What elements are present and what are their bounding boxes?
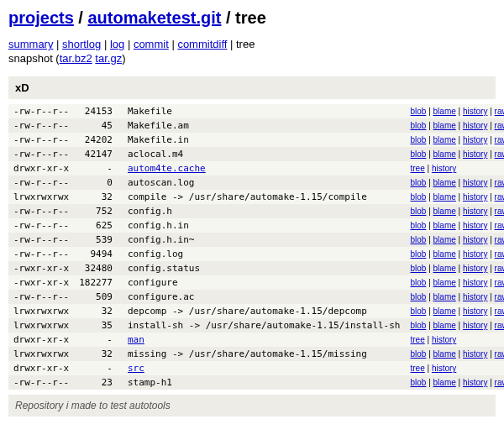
- blob-link[interactable]: blob: [411, 135, 427, 144]
- blob-link[interactable]: blob: [411, 107, 427, 116]
- history-link[interactable]: history: [463, 349, 487, 359]
- history-link[interactable]: history: [463, 221, 487, 230]
- history-link[interactable]: history: [463, 178, 487, 187]
- blob-link[interactable]: blob: [411, 221, 427, 230]
- blob-link[interactable]: blob: [411, 378, 427, 387]
- raw-link[interactable]: raw: [495, 278, 504, 287]
- history-link[interactable]: history: [463, 278, 487, 287]
- history-link[interactable]: history: [432, 335, 456, 344]
- raw-link[interactable]: raw: [495, 235, 504, 244]
- blob-link[interactable]: blob: [411, 321, 427, 330]
- history-link[interactable]: history: [463, 207, 487, 216]
- tree-link[interactable]: tree: [411, 335, 425, 344]
- dir-link[interactable]: autom4te.cache: [128, 163, 206, 174]
- tree-link[interactable]: tree: [411, 364, 425, 373]
- snapshot-tarbz2[interactable]: tar.bz2: [60, 52, 92, 65]
- blob-link[interactable]: blob: [411, 292, 427, 301]
- dir-link[interactable]: src: [128, 363, 144, 374]
- raw-link[interactable]: raw: [495, 378, 504, 387]
- raw-link[interactable]: raw: [495, 306, 504, 316]
- repo-link[interactable]: automaketest.git: [87, 8, 221, 27]
- projects-link[interactable]: projects: [8, 8, 74, 27]
- blame-link[interactable]: blame: [433, 349, 456, 359]
- raw-link[interactable]: raw: [495, 192, 504, 202]
- blob-link[interactable]: blob: [411, 235, 427, 244]
- blob-link[interactable]: blob: [411, 249, 427, 259]
- snapshot-targz[interactable]: tar.gz: [95, 52, 122, 65]
- blame-link[interactable]: blame: [433, 321, 456, 330]
- file-name: configure: [123, 275, 406, 290]
- raw-link[interactable]: raw: [495, 292, 504, 301]
- blob-link[interactable]: blob: [411, 178, 427, 187]
- nav-commit[interactable]: commit: [134, 38, 169, 50]
- blame-link[interactable]: blame: [433, 192, 456, 202]
- blame-link[interactable]: blame: [433, 278, 456, 287]
- file-mode: -rwxr-xr-x: [8, 275, 74, 290]
- raw-link[interactable]: raw: [495, 207, 504, 216]
- nav-commitdiff[interactable]: commitdiff: [177, 38, 227, 50]
- raw-link[interactable]: raw: [495, 121, 504, 130]
- raw-link[interactable]: raw: [495, 221, 504, 230]
- history-link[interactable]: history: [463, 321, 487, 330]
- raw-link[interactable]: raw: [495, 264, 504, 273]
- file-size: -: [74, 161, 123, 175]
- history-link[interactable]: history: [463, 264, 487, 273]
- raw-link[interactable]: raw: [495, 321, 504, 330]
- blame-link[interactable]: blame: [433, 107, 456, 116]
- blame-link[interactable]: blame: [433, 292, 456, 301]
- blame-link[interactable]: blame: [433, 221, 456, 230]
- table-row: -rwxr-xr-x182277configureblob | blame | …: [8, 275, 504, 290]
- nav-log[interactable]: log: [110, 38, 124, 50]
- blob-link[interactable]: blob: [411, 278, 427, 287]
- blob-link[interactable]: blob: [411, 207, 427, 216]
- file-mode: lrwxrwxrwx: [8, 347, 74, 361]
- history-link[interactable]: history: [463, 378, 487, 387]
- raw-link[interactable]: raw: [495, 349, 504, 359]
- file-mode: lrwxrwxrwx: [8, 304, 74, 318]
- file-mode: -rw-r--r--: [8, 133, 74, 147]
- history-link[interactable]: history: [463, 249, 487, 259]
- history-link[interactable]: history: [463, 149, 487, 159]
- blame-link[interactable]: blame: [433, 249, 456, 259]
- blame-link[interactable]: blame: [433, 235, 456, 244]
- blame-link[interactable]: blame: [433, 264, 456, 273]
- blame-link[interactable]: blame: [433, 121, 456, 130]
- raw-link[interactable]: raw: [495, 249, 504, 259]
- raw-link[interactable]: raw: [495, 135, 504, 144]
- history-link[interactable]: history: [463, 135, 487, 144]
- history-link[interactable]: history: [463, 107, 487, 116]
- blob-link[interactable]: blob: [411, 192, 427, 202]
- blame-link[interactable]: blame: [433, 135, 456, 144]
- blob-link[interactable]: blob: [411, 306, 427, 316]
- file-mode: lrwxrwxrwx: [8, 318, 74, 333]
- blame-link[interactable]: blame: [433, 149, 456, 159]
- nav-shortlog[interactable]: shortlog: [62, 38, 101, 50]
- dir-link[interactable]: man: [128, 334, 144, 345]
- tree-link[interactable]: tree: [411, 164, 425, 173]
- blob-link[interactable]: blob: [411, 349, 427, 359]
- file-name: depcomp -> /usr/share/automake-1.15/depc…: [123, 304, 406, 318]
- blob-link[interactable]: blob: [411, 264, 427, 273]
- raw-link[interactable]: raw: [495, 149, 504, 159]
- file-size: 32480: [74, 261, 123, 275]
- blob-link[interactable]: blob: [411, 149, 427, 159]
- blame-link[interactable]: blame: [433, 378, 456, 387]
- table-row: -rw-r--r--625config.h.inblob | blame | h…: [8, 218, 504, 233]
- table-row: -rw-r--r--9494config.logblob | blame | h…: [8, 247, 504, 261]
- raw-link[interactable]: raw: [495, 178, 504, 187]
- blob-link[interactable]: blob: [411, 121, 427, 130]
- history-link[interactable]: history: [463, 121, 487, 130]
- history-link[interactable]: history: [463, 306, 487, 316]
- row-actions: blob | blame | history | raw: [406, 261, 505, 275]
- table-row: drwxr-xr-x-mantree | history: [8, 333, 504, 347]
- history-link[interactable]: history: [463, 235, 487, 244]
- blame-link[interactable]: blame: [433, 207, 456, 216]
- history-link[interactable]: history: [463, 292, 487, 301]
- history-link[interactable]: history: [432, 364, 456, 373]
- nav-summary[interactable]: summary: [8, 38, 53, 50]
- raw-link[interactable]: raw: [495, 107, 504, 116]
- history-link[interactable]: history: [432, 164, 456, 173]
- blame-link[interactable]: blame: [433, 306, 456, 316]
- blame-link[interactable]: blame: [433, 178, 456, 187]
- history-link[interactable]: history: [463, 192, 487, 202]
